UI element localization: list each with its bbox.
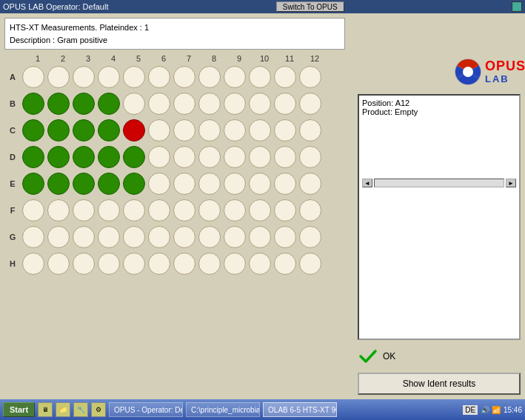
well-F8[interactable] (198, 199, 221, 221)
well-E11[interactable] (274, 173, 296, 195)
well-G3[interactable] (73, 226, 95, 248)
well-E7[interactable] (173, 173, 195, 195)
well-A1[interactable] (22, 66, 44, 88)
well-H3[interactable] (73, 253, 95, 275)
well-F11[interactable] (274, 199, 296, 221)
well-G11[interactable] (274, 226, 296, 248)
well-A7[interactable] (173, 66, 195, 88)
well-H11[interactable] (274, 253, 296, 275)
info-box-scrollbar[interactable]: ◄ ► (362, 179, 516, 187)
well-F2[interactable] (47, 199, 70, 221)
well-C4[interactable] (98, 119, 120, 141)
well-G1[interactable] (22, 226, 44, 248)
well-B12[interactable] (299, 93, 321, 115)
well-E9[interactable] (224, 173, 246, 195)
well-D2[interactable] (47, 146, 70, 168)
well-F12[interactable] (299, 199, 321, 221)
well-C5[interactable] (123, 119, 145, 141)
well-B10[interactable] (249, 93, 271, 115)
well-A4[interactable] (98, 66, 120, 88)
well-F3[interactable] (73, 199, 95, 221)
well-D8[interactable] (198, 146, 221, 168)
start-button[interactable]: Start (3, 402, 35, 417)
well-H10[interactable] (249, 253, 271, 275)
well-B1[interactable] (22, 93, 44, 115)
well-F9[interactable] (224, 199, 246, 221)
well-H2[interactable] (47, 253, 70, 275)
well-B6[interactable] (148, 93, 170, 115)
show-ident-results-button[interactable]: Show Ident results (358, 373, 521, 395)
switch-to-opus-button[interactable]: Switch To OPUS (276, 1, 344, 12)
well-D10[interactable] (249, 146, 271, 168)
well-A12[interactable] (299, 66, 321, 88)
taskbar-item-3[interactable]: OLAB 6-5 HTS-XT 96T... (263, 402, 337, 417)
well-F10[interactable] (249, 199, 271, 221)
well-C9[interactable] (224, 119, 246, 141)
scroll-left-arrow[interactable]: ◄ (362, 179, 372, 187)
well-C7[interactable] (173, 119, 195, 141)
well-B9[interactable] (224, 93, 246, 115)
well-E8[interactable] (198, 173, 221, 195)
well-D3[interactable] (73, 146, 95, 168)
well-D1[interactable] (22, 146, 44, 168)
well-H12[interactable] (299, 253, 321, 275)
well-G12[interactable] (299, 226, 321, 248)
well-F7[interactable] (173, 199, 195, 221)
well-D5[interactable] (123, 146, 145, 168)
well-G2[interactable] (47, 226, 70, 248)
well-G6[interactable] (148, 226, 170, 248)
well-E6[interactable] (148, 173, 170, 195)
well-F6[interactable] (148, 199, 170, 221)
well-G9[interactable] (224, 226, 246, 248)
well-D7[interactable] (173, 146, 195, 168)
well-B4[interactable] (98, 93, 120, 115)
taskbar-item-2[interactable]: C:\principle_microbial... (186, 402, 260, 417)
well-E1[interactable] (22, 173, 44, 195)
well-G7[interactable] (173, 226, 195, 248)
well-E10[interactable] (249, 173, 271, 195)
well-A8[interactable] (198, 66, 221, 88)
well-A2[interactable] (47, 66, 70, 88)
well-D11[interactable] (274, 146, 296, 168)
well-F5[interactable] (123, 199, 145, 221)
well-D12[interactable] (299, 146, 321, 168)
well-A6[interactable] (148, 66, 170, 88)
well-E12[interactable] (299, 173, 321, 195)
well-A3[interactable] (73, 66, 95, 88)
well-F4[interactable] (98, 199, 120, 221)
well-C10[interactable] (249, 119, 271, 141)
well-B5[interactable] (123, 93, 145, 115)
well-A5[interactable] (123, 66, 145, 88)
taskbar-item-1[interactable]: OPUS - Operator: De... (109, 402, 183, 417)
well-D6[interactable] (148, 146, 170, 168)
horizontal-scrollbar[interactable] (374, 179, 504, 187)
well-H8[interactable] (198, 253, 221, 275)
well-C2[interactable] (47, 119, 70, 141)
well-B3[interactable] (73, 93, 95, 115)
well-B7[interactable] (173, 93, 195, 115)
well-E2[interactable] (47, 173, 70, 195)
well-G5[interactable] (123, 226, 145, 248)
well-G8[interactable] (198, 226, 221, 248)
well-B8[interactable] (198, 93, 221, 115)
well-E4[interactable] (98, 173, 120, 195)
well-E3[interactable] (73, 173, 95, 195)
well-F1[interactable] (22, 199, 44, 221)
scroll-right-arrow[interactable]: ► (506, 179, 516, 187)
well-B11[interactable] (274, 93, 296, 115)
well-H6[interactable] (148, 253, 170, 275)
well-H4[interactable] (98, 253, 120, 275)
well-A10[interactable] (249, 66, 271, 88)
well-G4[interactable] (98, 226, 120, 248)
well-C12[interactable] (299, 119, 321, 141)
well-C11[interactable] (274, 119, 296, 141)
well-C3[interactable] (73, 119, 95, 141)
well-A11[interactable] (274, 66, 296, 88)
well-C1[interactable] (22, 119, 44, 141)
well-D4[interactable] (98, 146, 120, 168)
well-G10[interactable] (249, 226, 271, 248)
well-D9[interactable] (224, 146, 246, 168)
well-H1[interactable] (22, 253, 44, 275)
well-H5[interactable] (123, 253, 145, 275)
well-B2[interactable] (47, 93, 70, 115)
